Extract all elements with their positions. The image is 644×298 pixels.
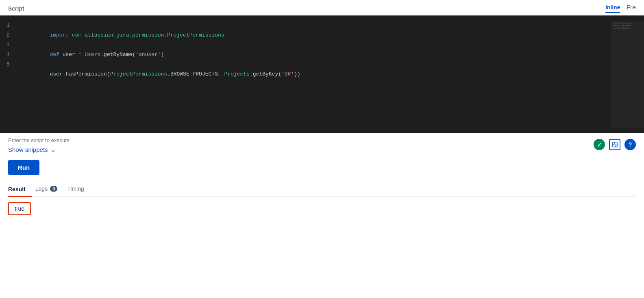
line-number-2: 2 — [7, 30, 18, 40]
editor-hint: Enter the script to execute — [8, 137, 70, 143]
svg-rect-0 — [612, 142, 614, 144]
line-number-5: 5 — [7, 60, 18, 69]
script-label: Script — [8, 5, 24, 12]
logs-badge: 0 — [50, 186, 57, 192]
line-number-1: 1 — [7, 21, 18, 30]
tab-timing[interactable]: Timing — [67, 181, 91, 197]
tab-file[interactable]: File — [627, 4, 636, 13]
code-line-5: user.hasPermission(ProjectPermissions.BR… — [24, 60, 603, 69]
result-output: true — [8, 202, 636, 215]
help-button[interactable]: ? — [624, 139, 636, 150]
line-number-3: 3 — [7, 40, 18, 50]
minimap-content: import com.atlassian.jira... def user = … — [612, 21, 644, 31]
show-snippets-button[interactable]: Show snippets ⌄ — [8, 146, 70, 153]
header-row: Script Inline File — [0, 0, 644, 15]
code-line-1: import com.atlassian.jira.permission.Pro… — [24, 21, 603, 30]
code-editor[interactable]: 1 2 3 4 5 import com.atlassian.jira.perm… — [0, 15, 644, 133]
tab-logs-label: Logs — [35, 186, 48, 192]
result-tabs: Result Logs 0 Timing — [8, 181, 636, 197]
page-container: Script Inline File 1 2 3 4 5 import com.… — [0, 0, 644, 298]
show-snippets-label: Show snippets — [8, 146, 48, 153]
tab-result[interactable]: Result — [8, 182, 32, 197]
tab-inline[interactable]: Inline — [605, 4, 620, 13]
expand-button[interactable] — [609, 139, 620, 150]
editor-footer-left: Enter the script to execute Show snippet… — [8, 137, 70, 153]
tab-timing-label: Timing — [67, 186, 84, 192]
editor-footer: Enter the script to execute Show snippet… — [0, 133, 644, 156]
code-line-3: def user = Users.getByName('anuser') — [24, 40, 603, 50]
run-button[interactable]: Run — [8, 160, 39, 175]
check-circle-button[interactable]: ✓ — [594, 139, 605, 150]
result-section: Result Logs 0 Timing true — [0, 181, 644, 215]
svg-rect-1 — [615, 145, 617, 147]
line-number-4: 4 — [7, 50, 18, 60]
tab-result-label: Result — [8, 186, 26, 192]
code-content[interactable]: import com.atlassian.jira.permission.Pro… — [24, 21, 611, 128]
editor-actions: ✓ ? — [594, 139, 636, 150]
tab-logs[interactable]: Logs 0 — [35, 181, 64, 197]
chevron-down-icon: ⌄ — [50, 146, 56, 153]
line-numbers: 1 2 3 4 5 — [0, 21, 24, 128]
run-section: Run — [0, 156, 644, 181]
minimap: import com.atlassian.jira... def user = … — [611, 21, 644, 128]
result-value: true — [8, 202, 31, 215]
tab-group: Inline File — [605, 4, 636, 13]
